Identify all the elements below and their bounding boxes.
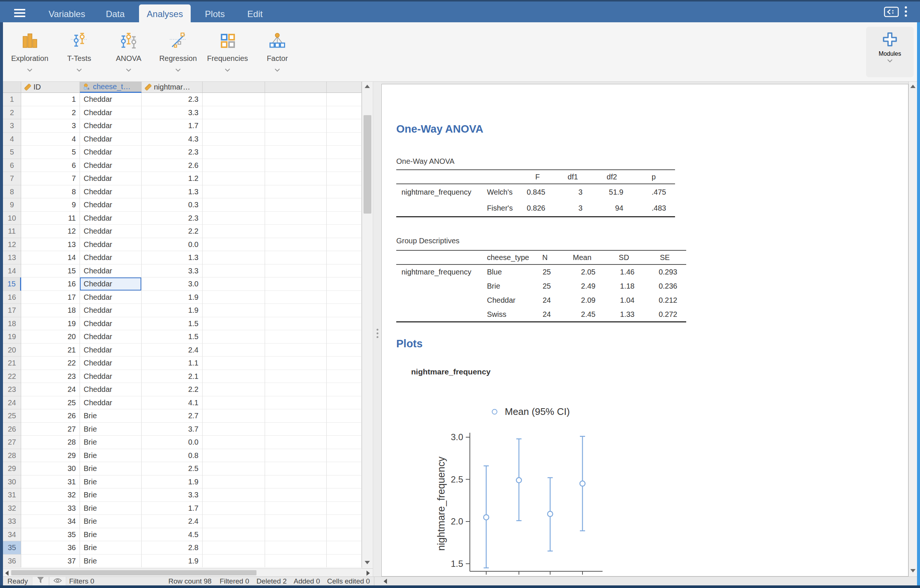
cell-empty[interactable]	[327, 554, 362, 567]
cell-empty[interactable]	[327, 132, 362, 145]
cell-empty[interactable]	[265, 185, 327, 198]
column-header-cheeset[interactable]: acheese_t…	[80, 82, 142, 93]
cell-cheese-type[interactable]: Cheddar	[80, 238, 142, 251]
row-number[interactable]: 22	[3, 370, 21, 383]
cell-empty[interactable]	[265, 449, 327, 462]
cell-empty[interactable]	[202, 119, 265, 132]
cell-empty[interactable]	[265, 409, 327, 423]
row-number[interactable]: 15	[3, 278, 21, 291]
cell-empty[interactable]	[202, 159, 265, 172]
cell-empty[interactable]	[327, 383, 362, 396]
cell-id[interactable]: 17	[21, 291, 80, 304]
cell-cheese-type[interactable]: Brie	[80, 554, 142, 567]
row-number[interactable]: 2	[3, 106, 21, 119]
cell-empty[interactable]	[265, 330, 327, 344]
cell-empty[interactable]	[327, 185, 362, 198]
cell-id[interactable]: 4	[21, 132, 80, 145]
t-tests-button[interactable]: T-Tests	[58, 30, 101, 77]
cell-nightmare-frequency[interactable]: 1.9	[142, 291, 202, 304]
column-header-nightmar[interactable]: nightmar…	[142, 82, 202, 93]
row-number[interactable]: 12	[3, 238, 21, 251]
row-number[interactable]: 10	[3, 212, 21, 225]
cell-nightmare-frequency[interactable]: 2.3	[142, 145, 202, 159]
sheet-horizontal-scrollbar[interactable]	[3, 568, 373, 577]
cell-nightmare-frequency[interactable]: 3.3	[142, 265, 202, 278]
row-number[interactable]: 3	[3, 119, 21, 132]
cell-nightmare-frequency[interactable]: 3.0	[142, 278, 202, 291]
cell-empty[interactable]	[327, 106, 362, 119]
cell-id[interactable]: 18	[21, 304, 80, 317]
cell-id[interactable]: 19	[21, 317, 80, 330]
cell-empty[interactable]	[327, 198, 362, 212]
cell-empty[interactable]	[265, 423, 327, 436]
tab-analyses[interactable]: Analyses	[139, 5, 191, 24]
scroll-up-icon[interactable]	[910, 85, 915, 88]
cell-empty[interactable]	[202, 291, 265, 304]
cell-nightmare-frequency[interactable]: 2.8	[142, 541, 202, 554]
row-number[interactable]: 11	[3, 225, 21, 238]
cell-id[interactable]: 36	[21, 541, 80, 554]
cell-cheese-type[interactable]: Cheddar	[80, 265, 142, 278]
cell-id[interactable]: 8	[21, 185, 80, 198]
cell-empty[interactable]	[327, 145, 362, 159]
select-all-corner[interactable]	[3, 82, 21, 93]
cell-empty[interactable]	[265, 554, 327, 567]
row-number[interactable]: 23	[3, 383, 21, 396]
cell-empty[interactable]	[202, 106, 265, 119]
cell-empty[interactable]	[327, 357, 362, 370]
cell-cheese-type[interactable]: Brie	[80, 449, 142, 462]
row-number[interactable]: 34	[3, 528, 21, 541]
cell-id[interactable]: 22	[21, 357, 80, 370]
cell-cheese-type[interactable]: Brie	[80, 502, 142, 515]
cell-empty[interactable]	[265, 396, 327, 409]
row-number[interactable]: 28	[3, 449, 21, 462]
cell-empty[interactable]	[265, 502, 327, 515]
cell-cheese-type[interactable]: Cheddar	[80, 330, 142, 344]
cell-empty[interactable]	[327, 370, 362, 383]
cell-nightmare-frequency[interactable]: 1.2	[142, 172, 202, 185]
cell-nightmare-frequency[interactable]: 0.3	[142, 198, 202, 212]
cell-cheese-type[interactable]: Cheddar	[80, 225, 142, 238]
cell-id[interactable]: 9	[21, 198, 80, 212]
cell-id[interactable]: 26	[21, 409, 80, 423]
row-number[interactable]: 35	[3, 541, 21, 554]
cell-empty[interactable]	[202, 344, 265, 357]
cell-empty[interactable]	[265, 475, 327, 488]
cell-id[interactable]: 14	[21, 251, 80, 265]
menu-icon[interactable]	[14, 9, 25, 17]
cell-empty[interactable]	[265, 515, 327, 528]
cell-nightmare-frequency[interactable]: 1.7	[142, 502, 202, 515]
cell-id[interactable]: 27	[21, 423, 80, 436]
cell-empty[interactable]	[202, 145, 265, 159]
cell-empty[interactable]	[327, 225, 362, 238]
panel-splitter[interactable]	[373, 82, 381, 577]
cell-nightmare-frequency[interactable]: 2.2	[142, 383, 202, 396]
cell-cheese-type[interactable]: Brie	[80, 528, 142, 541]
frequencies-button[interactable]: Frequencies	[206, 30, 249, 77]
cell-nightmare-frequency[interactable]: 1.9	[142, 554, 202, 567]
cell-nightmare-frequency[interactable]: 2.7	[142, 409, 202, 423]
cell-empty[interactable]	[265, 278, 327, 291]
cell-empty[interactable]	[327, 344, 362, 357]
cell-empty[interactable]	[202, 462, 265, 475]
cell-cheese-type[interactable]: Cheddar	[80, 251, 142, 265]
cell-id[interactable]: 12	[21, 225, 80, 238]
cell-cheese-type[interactable]: Brie	[80, 515, 142, 528]
cell-empty[interactable]	[202, 265, 265, 278]
modules-button[interactable]: Modules	[866, 27, 914, 77]
cell-cheese-type[interactable]: Brie	[80, 462, 142, 475]
cell-empty[interactable]	[327, 212, 362, 225]
cell-nightmare-frequency[interactable]: 2.1	[142, 370, 202, 383]
row-number[interactable]: 5	[3, 145, 21, 159]
cell-nightmare-frequency[interactable]: 1.3	[142, 185, 202, 198]
cell-cheese-type[interactable]: Brie	[80, 488, 142, 502]
cell-empty[interactable]	[327, 304, 362, 317]
scroll-up-icon[interactable]	[364, 85, 370, 88]
cell-empty[interactable]	[327, 291, 362, 304]
cell-empty[interactable]	[265, 106, 327, 119]
row-number[interactable]: 24	[3, 396, 21, 409]
results-vertical-scrollbar[interactable]	[909, 82, 917, 577]
cell-empty[interactable]	[265, 291, 327, 304]
cell-cheese-type[interactable]: Cheddar	[80, 212, 142, 225]
cell-cheese-type[interactable]: Cheddar	[80, 357, 142, 370]
